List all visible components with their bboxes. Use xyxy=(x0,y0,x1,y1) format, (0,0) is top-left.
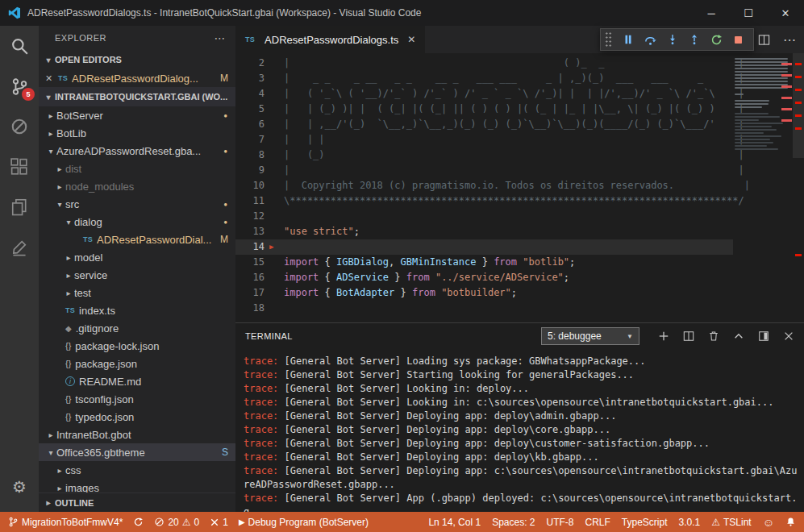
more-actions-icon[interactable]: ⋯ xyxy=(783,32,796,48)
code-line-10[interactable]: 10| Copyright 2018 (c) pragmatismo.io. T… xyxy=(235,178,733,193)
stop-icon[interactable] xyxy=(733,35,744,45)
git-branch-indicator[interactable]: MigrationToBotFmwV4* xyxy=(8,517,123,528)
cursor-position[interactable]: Ln 14, Col 1 xyxy=(428,517,481,528)
code-line-12[interactable]: 12 xyxy=(235,209,733,224)
pause-icon[interactable] xyxy=(623,34,634,45)
edit-icon[interactable] xyxy=(0,227,39,268)
notifications-bell-icon[interactable] xyxy=(785,517,796,527)
tree-item--gitignore[interactable]: ◆.gitignore xyxy=(39,319,235,337)
search-icon[interactable] xyxy=(0,26,39,66)
step-out-icon[interactable] xyxy=(689,34,700,45)
tree-item-botlib[interactable]: ▸BotLib xyxy=(39,124,235,142)
explorer-header: EXPLORER ⋯ xyxy=(39,26,235,50)
minimap[interactable] xyxy=(735,56,793,322)
tree-item-tsconfig-json[interactable]: {}tsconfig.json xyxy=(39,390,235,408)
tree-item-index-ts[interactable]: TSindex.ts xyxy=(39,301,235,319)
code-line-2[interactable]: 2| ( )_ _ | xyxy=(235,56,733,71)
tree-item-node-modules[interactable]: ▸node_modules xyxy=(39,177,235,195)
settings-gear-icon[interactable]: ⚙ xyxy=(0,467,39,507)
sync-button[interactable] xyxy=(133,517,144,527)
debug-target[interactable]: ▶ Debug Program (BotServer) xyxy=(239,517,369,528)
tree-item-test[interactable]: ▸test xyxy=(39,284,235,301)
typescript-version[interactable]: 3.0.1 xyxy=(679,517,701,528)
split-editor-icon[interactable] xyxy=(758,34,770,46)
code-line-8[interactable]: 8| (_) | xyxy=(235,148,733,163)
terminal-output[interactable]: trace: [General Bot Server] Loading sys … xyxy=(235,349,804,512)
tree-item-dialog[interactable]: ▾dialog● xyxy=(39,213,235,231)
split-terminal-icon[interactable] xyxy=(683,330,694,342)
tree-item-readme-md[interactable]: iREADME.md xyxy=(39,372,235,390)
code-line-3[interactable]: 3| _ _ _ __ _ _ __ _ ___ ___ _ | ,_)(_) … xyxy=(235,71,733,86)
tree-item-office365-gbtheme[interactable]: ▾Office365.gbthemeS xyxy=(39,443,235,461)
code-editor[interactable]: 2| ( )_ _ |3| _ _ _ __ _ _ __ _ ___ ___ … xyxy=(235,53,804,322)
code-line-18[interactable]: 18 xyxy=(235,301,733,316)
new-terminal-icon[interactable] xyxy=(658,330,669,342)
panel-actions: 5: debuggee ▼ xyxy=(541,327,794,345)
terminal-tab[interactable]: TERMINAL xyxy=(245,331,293,341)
code-line-15[interactable]: 15import { IGBDialog, GBMinInstance } fr… xyxy=(235,255,733,270)
tree-item-adresetpassworddial-[interactable]: TSADResetPasswordDial...M xyxy=(39,231,235,248)
tasks-indicator[interactable]: 1 xyxy=(210,517,228,528)
outline-section[interactable]: ▸ OUTLINE xyxy=(39,493,235,512)
maximize-panel-icon[interactable] xyxy=(733,330,744,342)
tree-item-azureadpasswordreset-gba-[interactable]: ▾AzureADPasswordReset.gba...● xyxy=(39,142,235,160)
code-line-16[interactable]: 16import { ADService } from "../service/… xyxy=(235,270,733,285)
code-line-4[interactable]: 4| ( '_`\ ( '__)/'_` ) /'_` ) /' _ ` _ `… xyxy=(235,86,733,102)
tools-icon xyxy=(210,517,219,527)
indentation[interactable]: Spaces: 2 xyxy=(492,517,535,528)
close-panel-icon[interactable] xyxy=(783,330,794,342)
tree-item-package-json[interactable]: {}package.json xyxy=(39,355,235,372)
chevron-down-icon: ▾ xyxy=(63,218,74,227)
tree-item-css[interactable]: ▸css xyxy=(39,461,235,479)
kill-terminal-icon[interactable] xyxy=(708,330,719,342)
tree-item-label: index.ts xyxy=(79,305,235,317)
tree-item-typedoc-json[interactable]: {}typedoc.json xyxy=(39,408,235,426)
terminal-selector[interactable]: 5: debuggee ▼ xyxy=(541,327,639,345)
code-line-7[interactable]: 7| | | | xyxy=(235,132,733,148)
problems-indicator[interactable]: 20 ⚠ 0 xyxy=(154,517,199,528)
open-editors-section[interactable]: ▾ OPEN EDITORS xyxy=(39,50,235,69)
tree-item-model[interactable]: ▸model xyxy=(39,248,235,266)
language-mode[interactable]: TypeScript xyxy=(622,517,668,528)
step-over-icon[interactable] xyxy=(644,34,656,46)
code-line-14[interactable]: 14▶ xyxy=(235,239,733,255)
tree-item-dist[interactable]: ▸dist xyxy=(39,160,235,177)
code-line-11[interactable]: 11\*************************************… xyxy=(235,193,733,209)
tree-item-botserver[interactable]: ▸BotServer● xyxy=(39,106,235,124)
minimize-button[interactable]: ─ xyxy=(693,0,730,26)
panel-title-bar: TERMINAL 5: debuggee ▼ xyxy=(235,323,804,349)
close-window-button[interactable]: ✕ xyxy=(767,0,804,26)
tree-item-package-lock-json[interactable]: {}package-lock.json xyxy=(39,337,235,355)
code-line-9[interactable]: 9| | xyxy=(235,163,733,178)
tslint-indicator[interactable]: ⚠ TSLint xyxy=(711,517,751,528)
more-actions-icon[interactable]: ⋯ xyxy=(215,31,227,44)
files-icon[interactable] xyxy=(0,187,39,227)
overview-ruler[interactable] xyxy=(793,53,804,322)
source-control-icon[interactable]: 5 xyxy=(0,66,39,106)
code-line-17[interactable]: 17import { BotAdapter } from "botbuilder… xyxy=(235,285,733,301)
close-icon[interactable]: ✕ xyxy=(45,73,58,84)
encoding[interactable]: UTF-8 xyxy=(547,517,574,528)
drag-handle[interactable] xyxy=(605,31,612,48)
debug-icon[interactable] xyxy=(0,106,39,147)
tree-item-service[interactable]: ▸service xyxy=(39,266,235,284)
workspace-section-header[interactable]: ▾ INTRANETBOTQUICKSTART.GBAI (WO... xyxy=(39,87,235,106)
code-line-6[interactable]: 6| | ,__/'(_) `\__,_)`\__,_)(_) (_) (_)`… xyxy=(235,117,733,132)
debug-current-line-marker: ▶ xyxy=(269,239,273,255)
restart-icon[interactable] xyxy=(710,34,723,46)
code-line-5[interactable]: 5| | (_) )| | ( (_| |( (_| || ( ) ( ) |(… xyxy=(235,102,733,117)
step-into-icon[interactable] xyxy=(667,34,678,45)
tree-item-intranetbot-gbot[interactable]: ▸IntranetBot.gbot xyxy=(39,426,235,443)
open-editor-item[interactable]: ✕ TS ADResetPasswordDialog... M xyxy=(39,69,235,87)
tree-item-src[interactable]: ▾src● xyxy=(39,195,235,213)
eol-sequence[interactable]: CRLF xyxy=(585,517,610,528)
maximize-button[interactable]: ☐ xyxy=(730,0,767,26)
tab-adresetpassworddialogs[interactable]: TS ADResetPasswordDialogs.ts ✕ xyxy=(235,26,425,53)
editor-group: TS ADResetPasswordDialogs.ts ✕ ⋯ xyxy=(235,26,804,512)
code-line-13[interactable]: 13"use strict"; xyxy=(235,224,733,239)
close-tab-icon[interactable]: ✕ xyxy=(407,34,415,45)
feedback-smiley-icon[interactable]: ☺ xyxy=(763,516,774,529)
extensions-icon[interactable] xyxy=(0,147,39,187)
chevron-right-icon: ▸ xyxy=(54,164,65,173)
move-panel-icon[interactable] xyxy=(758,330,769,342)
